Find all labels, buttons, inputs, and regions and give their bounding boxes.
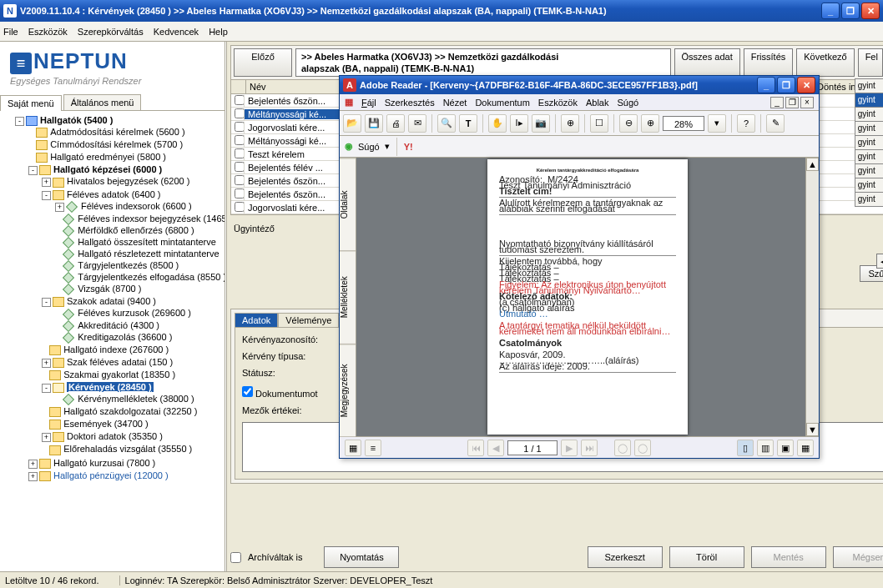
maximize-button[interactable]: ❐	[841, 3, 860, 19]
menu-role[interactable]: Szerepkörváltás	[78, 27, 144, 37]
grid-tag[interactable]: gyint	[855, 163, 883, 178]
yahoo-icon[interactable]: Y!	[404, 142, 413, 152]
tree-toggle[interactable]: +	[55, 203, 64, 212]
pdf-menu-help[interactable]: Súgó	[617, 98, 638, 108]
pdf-menu-doc[interactable]: Dokumentum	[475, 98, 529, 108]
mail-icon[interactable]: ✉	[408, 114, 426, 133]
tree-item[interactable]: Akkreditáció (4300 )	[78, 320, 159, 330]
grid-tag[interactable]: gyint	[855, 93, 883, 108]
tree-item[interactable]: Hivatalos bejegyzések (6200 )	[67, 176, 189, 186]
single-page-icon[interactable]: ▯	[737, 440, 754, 456]
vtab-comments[interactable]: Megjegyzések	[340, 344, 356, 436]
snapshot-icon[interactable]: 📷	[532, 114, 550, 133]
tree-item[interactable]: Szak féléves adatai (150 )	[67, 357, 173, 367]
row-checkbox[interactable]	[235, 108, 245, 118]
row-checkbox[interactable]	[235, 148, 245, 158]
menu-file[interactable]: File	[3, 27, 18, 37]
tree-item[interactable]: Hallgató szakdolgozatai (32250 )	[63, 406, 197, 416]
tree-toggle[interactable]: +	[42, 433, 51, 442]
tree-item[interactable]: Vizsgák (8700 )	[78, 284, 141, 294]
tab-general-menu[interactable]: Általános menü	[63, 94, 142, 110]
mdi-minimize-icon[interactable]: _	[770, 97, 784, 108]
view-thumbs-icon[interactable]: ▦	[345, 440, 361, 456]
pdf-close-button[interactable]: ✕	[797, 77, 815, 93]
grid-tag[interactable]: gyint	[855, 107, 883, 122]
fit-page-icon[interactable]: ☐	[590, 114, 608, 133]
back-icon[interactable]: ◯	[614, 440, 631, 456]
view-list-icon[interactable]: ≡	[365, 440, 381, 456]
first-page-icon[interactable]: ⏮	[467, 440, 484, 456]
tree-item[interactable]: Adatmódosítási kérelmek (5600 )	[50, 127, 184, 137]
tree-toggle[interactable]: -	[42, 298, 51, 307]
zoom-value[interactable]: 28%	[663, 116, 704, 131]
pdf-titlebar[interactable]: A Adobe Reader - [Kerveny~{A7DFBF62-B16F…	[340, 76, 819, 94]
grid-tag[interactable]: gyint	[855, 121, 883, 136]
all-data-button[interactable]: Összes adat	[674, 48, 740, 77]
mdi-close-icon[interactable]: ×	[800, 97, 814, 108]
scroll-down-icon[interactable]: ▼	[806, 423, 819, 436]
doc-checkbox[interactable]	[242, 386, 253, 397]
tree-toggle[interactable]: -	[28, 166, 38, 175]
tree-kepzes[interactable]: Hallgató képzései (6000 )	[53, 164, 162, 174]
tree-item[interactable]: Címmódosítási kérelmek (5700 )	[50, 139, 183, 149]
pdf-menu-view[interactable]: Nézet	[443, 98, 467, 108]
tree-item[interactable]: Féléves kurzusok (269600 )	[78, 308, 191, 318]
up-button[interactable]: Fel	[858, 48, 883, 77]
close-button[interactable]: ✕	[861, 3, 880, 19]
grid-tag[interactable]: gyint	[855, 149, 883, 164]
grid-tag[interactable]: gyint	[855, 135, 883, 150]
pdf-window[interactable]: A Adobe Reader - [Kerveny~{A7DFBF62-B16F…	[339, 75, 820, 459]
tree-felev[interactable]: Féléves adatok (6400 )	[67, 189, 161, 199]
scroll-left-icon[interactable]: ◀	[876, 254, 883, 269]
hand-tool-icon[interactable]: ✋	[488, 114, 507, 133]
tree-item[interactable]: Hallgató részletezett mintatanterve	[78, 249, 219, 259]
tree-item[interactable]: Kreditigazolás (36600 )	[78, 332, 172, 342]
minimize-button[interactable]: _	[821, 3, 840, 19]
pdf-minimize-button[interactable]: _	[757, 77, 775, 93]
tree-item[interactable]: Előrehaladás vizsgálat (35550 )	[63, 444, 192, 454]
tree-item[interactable]: Doktori adatok (35350 )	[67, 431, 163, 441]
next-page-icon[interactable]: ▶	[561, 440, 578, 456]
pdf-page-area[interactable]: Kérelem tantárgyakkreditáció elfogadásár…	[356, 158, 819, 436]
menu-tools[interactable]: Eszközök	[28, 27, 68, 37]
tree-toggle[interactable]: -	[42, 191, 51, 200]
row-checkbox[interactable]	[235, 95, 245, 105]
help-icon[interactable]: ?	[737, 114, 755, 133]
delete-button[interactable]: Töröl	[669, 546, 744, 568]
pdf-vscrollbar[interactable]: ▲ ▼	[805, 158, 819, 436]
tree-toggle[interactable]: -	[42, 384, 51, 393]
tree-item[interactable]: Események (34700 )	[63, 419, 149, 429]
grid-header-check[interactable]	[231, 80, 246, 93]
row-checkbox[interactable]	[235, 188, 245, 199]
edit-button[interactable]: Szerkeszt	[588, 546, 663, 568]
tab-own-menu[interactable]: Saját menü	[0, 95, 62, 111]
tree-item[interactable]: Hallgató eredményei (5800 )	[50, 152, 166, 162]
tree-szak[interactable]: Szakok adatai (9400 )	[67, 296, 156, 306]
archived-checkbox[interactable]	[230, 552, 241, 563]
prev-button[interactable]: Előző	[234, 48, 292, 77]
tab-adatok[interactable]: Adatok	[235, 313, 278, 327]
continuous-icon[interactable]: ▥	[757, 440, 774, 456]
tree-item[interactable]: Szakmai gyakorlat (18350 )	[63, 369, 175, 379]
open-icon[interactable]: 📂	[343, 114, 361, 133]
continuous-facing-icon[interactable]: ▦	[797, 440, 814, 456]
tree-item[interactable]: Féléves indexsorok (6600 )	[81, 201, 192, 211]
last-page-icon[interactable]: ⏭	[581, 440, 598, 456]
tree-item[interactable]: Kérvénymellékletek (38000 )	[78, 394, 194, 404]
zoom-in-icon[interactable]: ⊕	[561, 114, 579, 133]
save-icon[interactable]: 💾	[365, 114, 383, 133]
tree-toggle[interactable]: +	[28, 472, 38, 481]
tree-item[interactable]: Tárgyjelentkezés elfogadása (8550 )	[78, 272, 225, 282]
tree-item[interactable]: Féléves indexsor bejegyzések (14650 )	[78, 214, 225, 224]
row-checkbox[interactable]	[235, 202, 245, 212]
prev-page-icon[interactable]: ◀	[487, 440, 504, 456]
tree-item[interactable]: Hallgató indexe (267600 )	[63, 344, 169, 354]
nav-tree[interactable]: -Hallgatók (5400 ) Adatmódosítási kérelm…	[0, 111, 225, 571]
forward-icon[interactable]: ◯	[634, 440, 651, 456]
row-checkbox[interactable]	[235, 162, 245, 172]
tree-toggle[interactable]: +	[42, 359, 51, 368]
row-checkbox[interactable]	[235, 135, 245, 145]
tree-toggle[interactable]: +	[28, 460, 38, 469]
row-checkbox[interactable]	[235, 175, 245, 185]
tree-item[interactable]: Tárgyjelentkezés (8500 )	[78, 260, 179, 270]
